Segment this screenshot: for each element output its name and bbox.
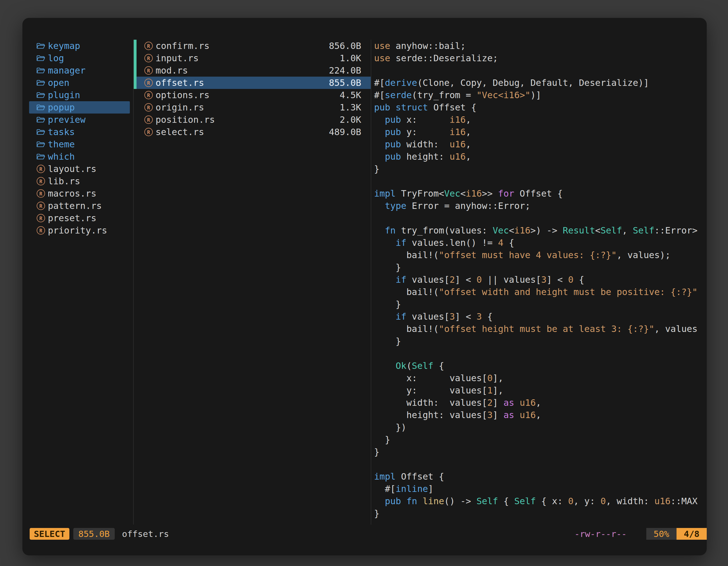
file-row[interactable]: Roptions.rs4.5K bbox=[134, 89, 371, 101]
file-row[interactable]: Rmod.rs224.0B bbox=[134, 64, 371, 77]
code-line: fn try_from(values: Vec<i16>) -> Result<… bbox=[374, 224, 699, 237]
folder-icon bbox=[37, 91, 45, 99]
rust-file-icon: R bbox=[37, 202, 45, 210]
file-name: position.rs bbox=[156, 114, 215, 125]
code-line: pub struct Offset { bbox=[374, 101, 699, 114]
file-size: 224.0B bbox=[329, 65, 361, 76]
file-name: confirm.rs bbox=[156, 41, 210, 51]
item-label: plugin bbox=[48, 90, 80, 100]
file-name: input.rs bbox=[156, 53, 199, 64]
file-row[interactable]: Rinput.rs1.0K bbox=[134, 52, 371, 64]
parent-file-item[interactable]: Rpattern.rs bbox=[29, 200, 130, 212]
folder-icon bbox=[37, 103, 45, 112]
file-row[interactable]: Rselect.rs489.0B bbox=[134, 126, 371, 138]
parent-dir-item[interactable]: preview bbox=[29, 114, 130, 126]
code-line: } bbox=[374, 433, 699, 446]
code-line: if values[2] < 0 || values[3] < 0 { bbox=[374, 274, 699, 286]
file-name: options.rs bbox=[156, 90, 210, 100]
item-label: popup bbox=[48, 102, 75, 113]
file-size: 855.0B bbox=[329, 78, 361, 88]
file-row[interactable]: Roffset.rs855.0B bbox=[134, 77, 371, 89]
parent-dir-item[interactable]: manager bbox=[29, 64, 130, 77]
code-line: pub height: u16, bbox=[374, 151, 699, 163]
code-line: #[serde(try_from = "Vec<i16>")] bbox=[374, 89, 699, 101]
item-label: priority.rs bbox=[48, 225, 107, 236]
parent-file-item[interactable]: Rlib.rs bbox=[29, 175, 130, 187]
code-line: pub y: i16, bbox=[374, 126, 699, 138]
code-line: use serde::Deserialize; bbox=[374, 52, 699, 64]
parent-file-item[interactable]: Rpriority.rs bbox=[29, 224, 130, 237]
code-line: x: values[0], bbox=[374, 372, 699, 384]
selection-mark bbox=[134, 40, 137, 52]
parent-file-item[interactable]: Rmacros.rs bbox=[29, 187, 130, 200]
item-label: layout.rs bbox=[48, 164, 96, 174]
selection-mark bbox=[134, 101, 137, 114]
code-line: if values.len() != 4 { bbox=[374, 237, 699, 249]
current-pane: Rconfirm.rs856.0BRinput.rs1.0KRmod.rs224… bbox=[134, 40, 371, 525]
folder-icon bbox=[37, 128, 45, 136]
code-line: } bbox=[374, 446, 699, 458]
code-line: impl Offset { bbox=[374, 470, 699, 483]
file-row[interactable]: Rconfirm.rs856.0B bbox=[134, 40, 371, 52]
folder-icon bbox=[37, 116, 45, 124]
file-size: 2.0K bbox=[340, 114, 361, 125]
item-label: pattern.rs bbox=[48, 201, 102, 211]
status-bar: SELECT 855.0B offset.rs -rw-r--r-- 50% 4… bbox=[30, 527, 707, 540]
item-label: log bbox=[48, 53, 64, 64]
parent-dir-item[interactable]: keymap bbox=[29, 40, 130, 52]
code-line: y: values[1], bbox=[374, 384, 699, 396]
parent-dir-item[interactable]: plugin bbox=[29, 89, 130, 101]
rust-file-icon: R bbox=[144, 79, 153, 87]
rust-file-icon: R bbox=[144, 54, 153, 62]
code-line bbox=[374, 175, 699, 187]
desktop: { "colors": { "desktop_bg": "#3b3b3b", "… bbox=[0, 0, 728, 566]
parent-file-item[interactable]: Rpreset.rs bbox=[29, 212, 130, 224]
parent-dir-item[interactable]: which bbox=[29, 151, 130, 163]
rust-file-icon: R bbox=[37, 189, 45, 198]
parent-dir-item[interactable]: open bbox=[29, 77, 130, 89]
item-label: lib.rs bbox=[48, 176, 80, 187]
item-label: tasks bbox=[48, 127, 75, 137]
folder-icon bbox=[37, 140, 45, 149]
selection-mark bbox=[134, 77, 137, 89]
file-row[interactable]: Rposition.rs2.0K bbox=[134, 114, 371, 126]
code-line: bail!("offset must have 4 values: {:?}",… bbox=[374, 249, 699, 261]
code-line: type Error = anyhow::Error; bbox=[374, 200, 699, 212]
code-line: if values[3] < 3 { bbox=[374, 310, 699, 323]
item-label: macros.rs bbox=[48, 188, 96, 199]
rust-file-icon: R bbox=[37, 177, 45, 186]
mode-badge: SELECT bbox=[30, 528, 69, 540]
code-line bbox=[374, 212, 699, 224]
code-line: bail!("offset width and height must be p… bbox=[374, 286, 699, 298]
parent-pane: keymaplogmanageropenpluginpopuppreviewta… bbox=[29, 40, 133, 525]
selection-mark bbox=[134, 89, 137, 101]
code-line: use anyhow::bail; bbox=[374, 40, 699, 52]
file-row[interactable]: Rorigin.rs1.3K bbox=[134, 101, 371, 114]
code-line: pub width: u16, bbox=[374, 138, 699, 151]
parent-dir-item[interactable]: tasks bbox=[29, 126, 130, 138]
item-label: manager bbox=[48, 65, 86, 76]
item-label: open bbox=[48, 78, 69, 88]
preview-code: use anyhow::bail;use serde::Deserialize;… bbox=[374, 40, 699, 520]
rust-file-icon: R bbox=[144, 128, 153, 136]
parent-dir-item[interactable]: log bbox=[29, 52, 130, 64]
code-line: }) bbox=[374, 421, 699, 433]
cursor-position-badge: 4/8 bbox=[677, 528, 707, 540]
preview-pane: use anyhow::bail;use serde::Deserialize;… bbox=[374, 40, 699, 525]
rust-file-icon: R bbox=[144, 91, 153, 99]
rust-file-icon: R bbox=[144, 42, 153, 50]
code-line: pub x: i16, bbox=[374, 114, 699, 126]
parent-dir-item[interactable]: popup bbox=[29, 101, 130, 114]
parent-file-item[interactable]: Rlayout.rs bbox=[29, 163, 130, 175]
code-line: Ok(Self { bbox=[374, 360, 699, 372]
parent-dir-item[interactable]: theme bbox=[29, 138, 130, 151]
file-permissions: -rw-r--r-- bbox=[574, 529, 627, 539]
file-size-badge: 855.0B bbox=[73, 528, 115, 540]
code-line bbox=[374, 458, 699, 470]
code-line: #[inline] bbox=[374, 483, 699, 495]
code-line: } bbox=[374, 298, 699, 310]
item-label: preview bbox=[48, 114, 86, 125]
file-name: origin.rs bbox=[156, 102, 204, 113]
file-name: mod.rs bbox=[156, 65, 188, 76]
item-label: theme bbox=[48, 139, 75, 150]
